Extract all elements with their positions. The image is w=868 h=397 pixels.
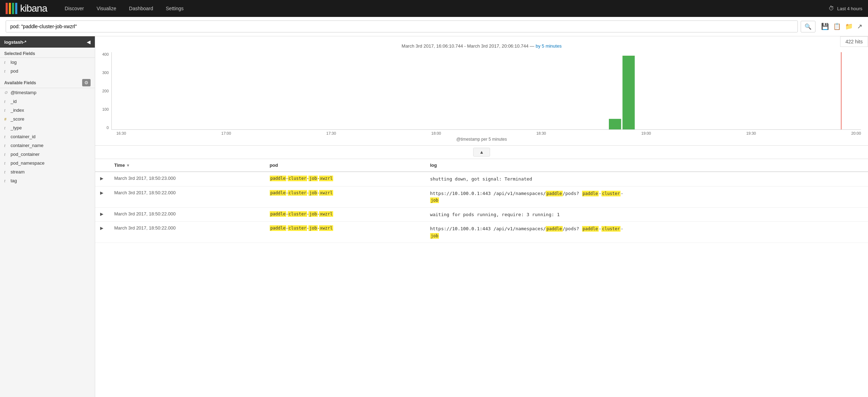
red-time-line [841,52,842,129]
fields-gear-button[interactable]: ⚙ [82,79,91,86]
table-row: ▶ March 3rd 2017, 18:50:22.000 paddle-cl… [95,222,868,243]
pod-highlight-5: paddle [270,190,286,196]
pod-highlight-7: job [308,190,318,196]
expand-row-1[interactable]: ▶ [100,176,103,181]
index-pattern: logstash-* [4,39,26,45]
load-icon[interactable]: 📋 [833,23,841,30]
selected-field-pod[interactable]: t pod [0,67,95,75]
pod-highlight-10: cluster [288,211,307,217]
x-label-1930: 19:30 [746,131,756,135]
log-col-header[interactable]: log [425,159,868,172]
field-type-container-name: t [4,143,8,148]
pod-highlight-3: job [308,176,318,181]
time-cell-1: March 3rd 2017, 18:50:23.000 [109,172,265,186]
nav-discover[interactable]: Discover [59,0,90,17]
save-icon[interactable]: 💾 [821,23,829,30]
field-container-id[interactable]: t container_id [0,132,95,141]
pod-cell-4: paddle-cluster-job-xwzrl [265,222,425,243]
field-score[interactable]: # _score [0,115,95,123]
field-type-index: t [4,108,8,112]
field-pod-namespace[interactable]: t pod_namespace [0,159,95,167]
pod-cell-3: paddle-cluster-job-xwzrl [265,207,425,222]
field-name-tag: tag [11,178,17,183]
log-job-highlight: job [430,197,439,203]
time-range-label[interactable]: Last 4 hours [837,6,862,11]
field-type-log: t [4,60,8,65]
field-type-pod-container: t [4,152,8,157]
kibana-logo: kibana [6,3,47,14]
available-fields-title: Available Fields [4,80,36,85]
pod-cell-1: paddle-cluster-job-xwzrl [265,172,425,186]
field-type-pod-namespace: t [4,161,8,165]
chart-area: March 3rd 2017, 16:06:10.744 - March 3rd… [95,36,868,146]
x-label-1800: 18:00 [431,131,441,135]
expand-row-3[interactable]: ▶ [100,212,103,216]
field-name-log: log [11,60,17,65]
field-name-id: _id [11,99,17,104]
available-fields-header: Available Fields ⚙ [0,75,95,88]
x-label-2000: 20:00 [851,131,861,135]
field-type-pod: t [4,69,8,73]
clock-icon: ⏱ [829,5,834,12]
nav-visualize[interactable]: Visualize [90,0,123,17]
field-name-pod: pod [11,68,18,74]
collapse-sidebar-button[interactable]: ◀ [87,39,91,45]
expand-row-2[interactable]: ▶ [100,190,103,195]
selected-field-log[interactable]: t log [0,58,95,67]
field-stream[interactable]: t stream [0,167,95,176]
nav-dashboard[interactable]: Dashboard [123,0,160,17]
folder-icon[interactable]: 📁 [845,23,853,30]
pod-highlight-9: paddle [270,211,286,217]
x-axis-label: @timestamp per 5 minutes [102,137,861,142]
nav-settings[interactable]: Settings [159,0,190,17]
sidebar-header: logstash-* ◀ [0,36,95,48]
pod-highlight-2: cluster [288,176,307,181]
field-pod-container[interactable]: t pod_container [0,150,95,159]
log-paddle-highlight-4: paddle [582,226,599,232]
toolbar-icons: 💾 📋 📁 ↗ [821,23,862,30]
share-icon[interactable]: ↗ [857,23,862,30]
log-paddle-highlight-2: paddle [582,191,599,196]
log-cell-4: https://10.100.0.1:443 /api/v1/namespace… [425,222,868,243]
y-label-200: 200 [102,89,109,93]
field-tag[interactable]: t tag [0,176,95,185]
by-minutes-link[interactable]: by 5 minutes [536,43,562,49]
field-index[interactable]: t _index [0,106,95,115]
log-paddle-highlight-1: paddle [546,191,562,196]
field-type-row[interactable]: t _type [0,123,95,132]
logo-text: kibana [20,3,47,14]
field-type-type: t [4,126,8,130]
table-row: ▶ March 3rd 2017, 18:50:22.000 paddle-cl… [95,207,868,222]
field-name-container-name: container_name [11,143,43,148]
search-button[interactable]: 🔍 [801,21,815,32]
pod-highlight-1: paddle [270,176,286,181]
field-id[interactable]: t _id [0,97,95,106]
field-name-timestamp: @timestamp [11,90,36,95]
sidebar: logstash-* ◀ Selected Fields t log t pod… [0,36,95,397]
chart-inner [111,52,861,130]
expand-row-4[interactable]: ▶ [100,226,103,231]
pod-highlight-11: job [308,211,318,217]
log-cluster-highlight: cluster [601,191,621,196]
table-row: ▶ March 3rd 2017, 18:50:22.000 paddle-cl… [95,186,868,207]
pod-col-header[interactable]: pod [265,159,425,172]
field-name-index: _index [11,108,24,113]
content-area: 422 hits March 3rd 2017, 16:06:10.744 - … [95,36,868,397]
svg-rect-0 [609,119,621,129]
nav-links: Discover Visualize Dashboard Settings [59,0,829,17]
collapse-chart-button[interactable]: ▲ [473,148,490,157]
pod-highlight-4: xwzrl [319,176,333,181]
y-label-100: 100 [102,107,109,111]
y-label-0: 0 [106,126,109,130]
field-container-name[interactable]: t container_name [0,141,95,150]
search-input[interactable] [6,20,798,32]
y-axis: 400 300 200 100 0 [102,52,111,130]
field-name-stream: stream [11,169,25,175]
field-type-score: # [4,117,8,121]
time-cell-4: March 3rd 2017, 18:50:22.000 [109,222,265,243]
field-timestamp[interactable]: ⊙ @timestamp [0,88,95,97]
log-cell-3: waiting for pods running, require: 3 run… [425,207,868,222]
time-col-header[interactable]: Time ▼ [109,159,265,172]
hits-badge: 422 hits [840,36,868,47]
x-label-1830: 18:30 [536,131,546,135]
